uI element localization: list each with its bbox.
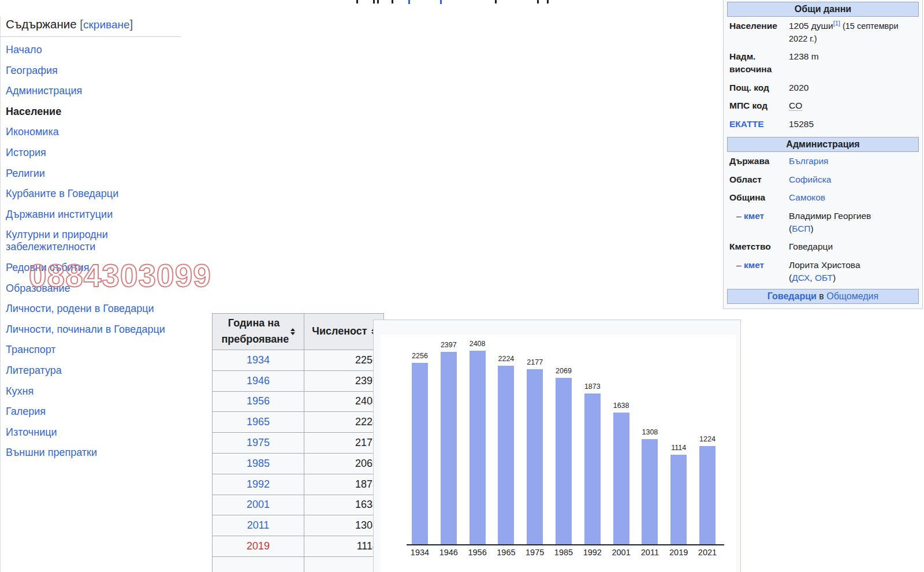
toc-hide-link[interactable]: скриване xyxy=(83,18,130,31)
census-year-link[interactable]: 1956 xyxy=(247,395,270,407)
wikipedia-article-page: Съдържание [скриване] НачалоГеографияАдм… xyxy=(0,0,924,572)
toc-item-current: Население xyxy=(6,106,61,117)
infobox-value: България xyxy=(786,155,919,168)
toc-item-link[interactable]: Литература xyxy=(6,365,62,376)
census-year-link[interactable]: 2001 xyxy=(247,499,270,510)
infobox-value-text: 1205 души xyxy=(789,21,833,31)
table-row: 19652224 xyxy=(213,412,384,433)
census-header-inner: Година на преброяване xyxy=(216,315,300,348)
infobox-row: Надм. височина1238 m xyxy=(726,47,920,78)
chart-x-tick-label: 2021 xyxy=(689,548,726,557)
table-row: 19462397 xyxy=(213,370,384,391)
table-of-contents: Съдържание [скриване] НачалоГеографияАдм… xyxy=(6,17,179,467)
chart-bar-value-label: 1638 xyxy=(603,402,640,410)
census-year-link[interactable]: 1992 xyxy=(247,478,270,490)
toc-item-link[interactable]: Религии xyxy=(6,168,45,179)
toc-item: История xyxy=(6,147,173,159)
toc-item: Източници xyxy=(6,426,173,439)
mayor-link[interactable]: кмет xyxy=(744,260,764,270)
toc-item: Държавни институции xyxy=(6,209,173,221)
toc-divider xyxy=(0,36,181,37)
reference-link[interactable]: [1] xyxy=(833,20,840,27)
census-count-cell: 2256 xyxy=(304,350,384,371)
census-year-cell: 1956 xyxy=(213,391,304,412)
toc-item-link[interactable]: Начало xyxy=(6,44,42,55)
toc-item-link[interactable]: Икономика xyxy=(6,126,59,138)
infobox-row: КметствоГоведарци xyxy=(726,237,920,256)
population-bar-chart: 2256193423971946240819562224196521771975… xyxy=(373,320,741,572)
infobox-row: ОбластСофийска xyxy=(726,170,920,189)
infobox-row: ЕКАТТЕ15285 xyxy=(726,115,920,133)
infobox-value-link[interactable]: Самоков xyxy=(789,192,825,202)
census-year-link[interactable]: 2019 xyxy=(247,540,270,552)
infobox-value: Лорита Христова(ДСХ, ОБТ) xyxy=(786,259,919,284)
toc-item-link[interactable]: Курбаните в Говедарци xyxy=(6,188,118,199)
infobox-value-link[interactable]: БСП xyxy=(792,224,810,233)
census-count-cell: 1873 xyxy=(304,474,384,495)
census-count-cell: 2408 xyxy=(304,391,384,412)
toc-item-link[interactable]: Културни и природни забележителности xyxy=(6,229,108,252)
toc-item-link[interactable]: Личности, родени в Говедарци xyxy=(6,303,154,314)
census-count-cell: 1114 xyxy=(304,536,384,557)
toc-item-link[interactable]: Личности, починали в Говедарци xyxy=(6,324,165,335)
toc-list: НачалоГеографияАдминистрацияНаселениеИко… xyxy=(6,44,173,459)
chart-bar xyxy=(613,413,629,544)
chart-baseline xyxy=(407,544,724,545)
chart-bar-value-label: 1114 xyxy=(660,444,697,452)
toc-item: Кухня xyxy=(6,385,173,398)
infobox-label: Кметство xyxy=(729,240,786,253)
census-count-cell xyxy=(304,556,384,572)
infobox-value: Софийска xyxy=(786,173,919,186)
infobox-label-link[interactable]: ЕКАТТЕ xyxy=(729,119,764,129)
census-count-cell: 1308 xyxy=(304,515,384,536)
census-year-link[interactable]: 1985 xyxy=(247,458,270,469)
mayor-link[interactable]: кмет xyxy=(744,211,764,221)
census-year-link[interactable]: 1965 xyxy=(247,416,270,428)
toc-item-link[interactable]: Кухня xyxy=(6,385,33,397)
toc-item: Галерия xyxy=(6,406,173,418)
infobox-value-text: Владимир Георгиев xyxy=(789,211,871,221)
census-column-header[interactable]: Численост xyxy=(304,314,384,350)
census-count-cell: 2397 xyxy=(304,370,384,391)
infobox-value: 1238 m xyxy=(786,50,919,75)
chart-bar-value-label: 1224 xyxy=(689,435,726,443)
census-year-link[interactable]: 1946 xyxy=(247,375,270,387)
infobox-label: МПС код xyxy=(729,99,786,112)
census-year-link[interactable]: 2011 xyxy=(247,519,270,531)
toc-toggle-bracket-close: ] xyxy=(130,17,133,31)
infobox-row: МПС кодCO xyxy=(726,96,920,115)
toc-item-link[interactable]: Транспорт xyxy=(6,344,56,355)
infobox-value-link[interactable]: ДСХ xyxy=(792,273,810,283)
infobox-value-text: 1238 m xyxy=(789,51,819,61)
census-header-label: Година на преброяване xyxy=(222,315,286,348)
infobox-value: 1205 души[1] (15 септември 2022 г.) xyxy=(786,20,919,44)
census-header-label: Численост xyxy=(312,324,367,340)
census-year-link[interactable]: 1934 xyxy=(247,354,270,366)
toc-item-link[interactable]: Администрация xyxy=(6,85,82,96)
infobox-value-link[interactable]: ОБТ xyxy=(815,273,833,283)
census-column-header[interactable]: Година на преброяване xyxy=(213,314,304,350)
census-year-cell: 2011 xyxy=(213,515,304,536)
toc-item: Личности, родени в Говедарци xyxy=(6,303,173,315)
infobox-label: Пощ. код xyxy=(729,81,786,94)
table-row: 19852069 xyxy=(213,453,384,474)
census-year-link[interactable]: 1975 xyxy=(247,437,270,448)
toc-item: Начало xyxy=(6,44,173,56)
chart-bar-value-label: 2408 xyxy=(459,340,496,348)
commons-link[interactable]: Общомедия xyxy=(826,291,878,301)
infobox-label: Община xyxy=(729,191,786,204)
toc-item-link[interactable]: Източници xyxy=(6,426,57,438)
table-row: 19562408 xyxy=(213,391,384,412)
toc-item-link[interactable]: История xyxy=(6,147,46,158)
census-count-cell: 2224 xyxy=(304,412,384,433)
infobox-value-link[interactable]: България xyxy=(789,156,829,166)
census-table: Година на преброяванеЧисленост 193422561… xyxy=(212,313,384,572)
toc-item-link[interactable]: Държавни институции xyxy=(6,209,113,220)
infobox-value-link[interactable]: Софийска xyxy=(789,174,831,184)
commons-bold-link[interactable]: Говедарци xyxy=(767,291,817,301)
toc-item-link[interactable]: Галерия xyxy=(6,406,46,417)
toc-item-link[interactable]: Външни препратки xyxy=(6,447,97,458)
infobox-value-text: 15285 xyxy=(789,119,814,129)
toc-item-link[interactable]: География xyxy=(6,65,58,76)
infobox-row: ДържаваБългария xyxy=(726,152,920,170)
